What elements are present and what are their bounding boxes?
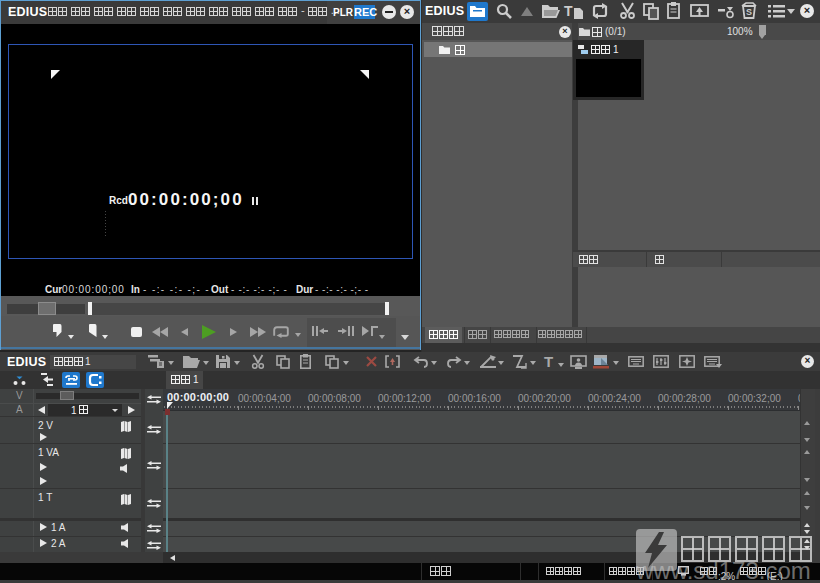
svg-text:S: S	[746, 7, 752, 17]
